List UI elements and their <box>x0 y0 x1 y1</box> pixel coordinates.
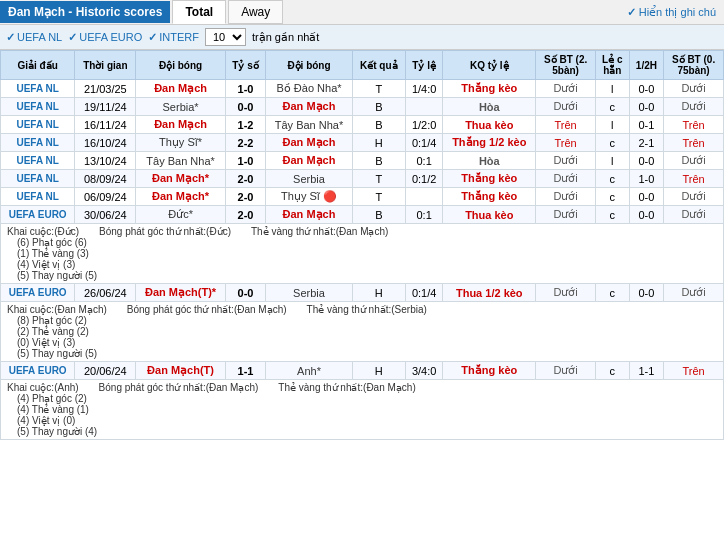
cell-date: 06/09/24 <box>75 188 136 206</box>
cell-comp: UEFA NL <box>1 152 75 170</box>
cell-team1: Serbia* <box>136 98 225 116</box>
cell-comp: UEFA EURO <box>1 206 75 224</box>
col-giai-dau: Giải đấu <box>1 51 75 80</box>
cell-result: T <box>352 188 405 206</box>
cell-le-chan: l <box>596 152 630 170</box>
cell-team1: Đan Mạch(T)* <box>136 284 225 302</box>
cell-bt075: Dưới <box>664 284 724 302</box>
cell-bt075: Trên <box>664 170 724 188</box>
cell-score: 0-0 <box>225 98 266 116</box>
cell-kq: Hòa <box>443 98 536 116</box>
cell-comp: UEFA NL <box>1 116 75 134</box>
cell-result: B <box>352 98 405 116</box>
cell-le-chan: c <box>596 362 630 380</box>
cell-date: 13/10/24 <box>75 152 136 170</box>
hien-thi-label: ✓ Hiển thị ghi chú <box>619 2 724 23</box>
detail-cell: Khai cuộc:(Anh)Bóng phát góc thứ nhất:(Đ… <box>1 380 724 440</box>
cell-result: T <box>352 80 405 98</box>
filter-interf[interactable]: ✓ INTERF <box>148 31 199 44</box>
cell-bt25: Dưới <box>536 170 596 188</box>
cell-kq: Hòa <box>443 152 536 170</box>
filter-uefa-euro[interactable]: ✓ UEFA EURO <box>68 31 142 44</box>
cell-team1: Đan Mạch <box>136 116 225 134</box>
cell-bt075: Dưới <box>664 206 724 224</box>
cell-odds: 0:1 <box>405 206 442 224</box>
cell-result: B <box>352 116 405 134</box>
cell-half: 0-1 <box>629 116 663 134</box>
table-row: UEFA NL 19/11/24 Serbia* 0-0 Đan Mạch B … <box>1 98 724 116</box>
cell-bt075: Trên <box>664 362 724 380</box>
cell-half: 0-0 <box>629 80 663 98</box>
cell-bt075: Dưới <box>664 98 724 116</box>
cell-le-chan: l <box>596 116 630 134</box>
cell-kq: Thắng kèo <box>443 170 536 188</box>
cell-team2: Serbia <box>266 284 352 302</box>
detail-cell: Khai cuộc:(Đức)Bóng phát góc thứ nhất:(Đ… <box>1 224 724 284</box>
cell-team2: Thụy Sĩ 🔴 <box>266 188 352 206</box>
cell-date: 16/11/24 <box>75 116 136 134</box>
cell-team1: Thụy Sĩ* <box>136 134 225 152</box>
cell-kq: Thua kèo <box>443 206 536 224</box>
col-kq-ty-le: KQ tỷ lệ <box>443 51 536 80</box>
cell-bt075: Dưới <box>664 188 724 206</box>
cell-team1: Đan Mạch* <box>136 188 225 206</box>
cell-team1: Đan Mạch <box>136 80 225 98</box>
cell-team2: Đan Mạch <box>266 98 352 116</box>
cell-half: 1-1 <box>629 362 663 380</box>
tab-total[interactable]: Total <box>172 0 226 24</box>
cell-result: B <box>352 152 405 170</box>
col-ty-le: Tỷ lệ <box>405 51 442 80</box>
cell-le-chan: c <box>596 98 630 116</box>
cell-score: 1-0 <box>225 152 266 170</box>
cell-team1: Tây Ban Nha* <box>136 152 225 170</box>
cell-comp: UEFA NL <box>1 80 75 98</box>
cell-score: 0-0 <box>225 284 266 302</box>
filter-count-label: trận gần nhất <box>252 31 319 44</box>
cell-bt075: Trên <box>664 134 724 152</box>
cell-le-chan: c <box>596 170 630 188</box>
header-bar: Đan Mạch - Historic scores Total Away ✓ … <box>0 0 724 25</box>
table-row: UEFA NL 06/09/24 Đan Mạch* 2-0 Thụy Sĩ 🔴… <box>1 188 724 206</box>
check-icon-euro: ✓ <box>68 31 77 44</box>
cell-le-chan: c <box>596 188 630 206</box>
cell-half: 0-0 <box>629 206 663 224</box>
col-bt075: Số BT (0.75bàn) <box>664 51 724 80</box>
cell-bt075: Dưới <box>664 152 724 170</box>
cell-comp: UEFA NL <box>1 134 75 152</box>
col-doi-bong-2: Đội bóng <box>266 51 352 80</box>
cell-date: 16/10/24 <box>75 134 136 152</box>
cell-result: T <box>352 170 405 188</box>
cell-team2: Đan Mạch <box>266 134 352 152</box>
cell-score: 1-1 <box>225 362 266 380</box>
cell-odds <box>405 188 442 206</box>
col-bt25: Số BT (2.5bàn) <box>536 51 596 80</box>
cell-result: H <box>352 362 405 380</box>
count-select[interactable]: 10 20 30 <box>205 28 246 46</box>
cell-bt25: Dưới <box>536 206 596 224</box>
cell-kq: Thắng kèo <box>443 80 536 98</box>
cell-bt25: Dưới <box>536 98 596 116</box>
cell-date: 19/11/24 <box>75 98 136 116</box>
cell-kq: Thắng kèo <box>443 188 536 206</box>
tab-away[interactable]: Away <box>228 0 283 24</box>
cell-le-chan: c <box>596 134 630 152</box>
cell-team1: Đan Mạch* <box>136 170 225 188</box>
cell-result: H <box>352 134 405 152</box>
cell-team2: Serbia <box>266 170 352 188</box>
cell-comp: UEFA EURO <box>1 362 75 380</box>
cell-comp: UEFA EURO <box>1 284 75 302</box>
filter-uefa-nl[interactable]: ✓ UEFA NL <box>6 31 62 44</box>
cell-le-chan: c <box>596 284 630 302</box>
detail-row: Khai cuộc:(Đan Mạch)Bóng phát góc thứ nh… <box>1 302 724 362</box>
header-title: Đan Mạch - Historic scores <box>0 1 170 23</box>
cell-half: 0-0 <box>629 284 663 302</box>
cell-bt075: Trên <box>664 116 724 134</box>
cell-odds: 1/4:0 <box>405 80 442 98</box>
table-row: UEFA NL 16/10/24 Thụy Sĩ* 2-2 Đan Mạch H… <box>1 134 724 152</box>
cell-comp: UEFA NL <box>1 98 75 116</box>
cell-score: 2-0 <box>225 188 266 206</box>
table-row: UEFA NL 08/09/24 Đan Mạch* 2-0 Serbia T … <box>1 170 724 188</box>
cell-comp: UEFA NL <box>1 188 75 206</box>
col-le-chan: Lẻ chẵn <box>596 51 630 80</box>
cell-bt25: Trên <box>536 116 596 134</box>
